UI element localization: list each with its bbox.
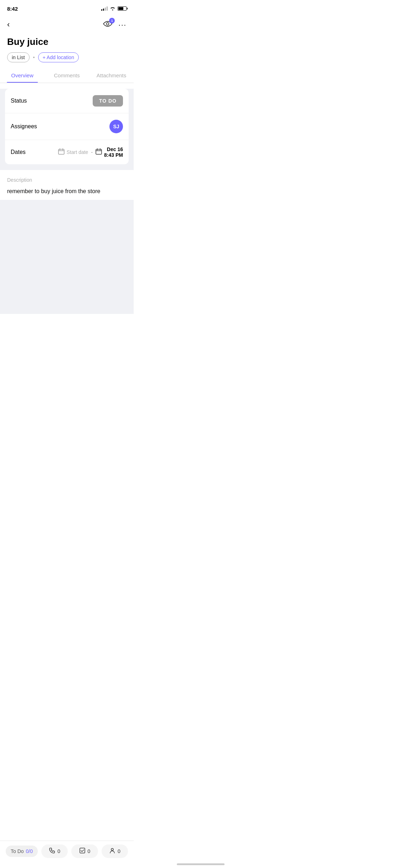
task-title: Buy juice xyxy=(7,36,127,47)
assignees-label: Assignees xyxy=(11,123,37,130)
wifi-icon xyxy=(110,6,115,11)
separator-dot xyxy=(33,57,35,58)
status-badge[interactable]: TO DO xyxy=(93,95,123,107)
battery-icon xyxy=(118,6,127,11)
description-section: Description remember to buy juice from t… xyxy=(0,170,134,200)
status-row: Status TO DO xyxy=(5,89,129,113)
status-icons xyxy=(101,6,127,11)
assignee-avatar[interactable]: SJ xyxy=(109,120,123,133)
start-date-text: Start date xyxy=(67,149,88,155)
calendar-start-icon xyxy=(58,148,65,156)
signal-icon xyxy=(101,6,108,11)
in-list-badge[interactable]: in List xyxy=(7,52,30,62)
svg-rect-1 xyxy=(58,149,64,154)
tab-comments[interactable]: Comments xyxy=(45,68,89,83)
dates-dash: - xyxy=(91,149,93,155)
svg-point-0 xyxy=(107,23,109,25)
tabs: Overview Comments Attachments xyxy=(0,68,134,83)
empty-area xyxy=(0,200,134,314)
nav-bar: ‹ 1 ··· xyxy=(0,16,134,35)
status-label: Status xyxy=(11,98,27,104)
svg-rect-2 xyxy=(96,149,102,154)
tab-attachments[interactable]: Attachments xyxy=(89,68,134,83)
tab-overview[interactable]: Overview xyxy=(0,68,45,83)
content-area: Status TO DO Assignees SJ Dates xyxy=(0,89,134,314)
watchers-badge: 1 xyxy=(109,18,115,24)
meta-row: in List + Add location xyxy=(7,52,127,62)
status-bar: 8:42 xyxy=(0,0,134,16)
more-button[interactable]: ··· xyxy=(118,21,127,29)
back-button[interactable]: ‹ xyxy=(7,19,12,31)
watchers-button[interactable]: 1 xyxy=(103,20,113,29)
start-date-item[interactable]: Start date xyxy=(58,148,88,156)
dates-right: Start date - Dec 16 8:43 PM xyxy=(58,146,123,158)
end-date-item[interactable]: Dec 16 8:43 PM xyxy=(96,146,123,158)
add-location-button[interactable]: + Add location xyxy=(38,52,79,62)
assignees-row: Assignees SJ xyxy=(5,113,129,140)
dates-label: Dates xyxy=(11,149,26,155)
dates-row: Dates Start date - xyxy=(5,140,129,164)
description-label: Description xyxy=(7,177,127,183)
calendar-end-icon xyxy=(96,148,102,156)
end-date-text: Dec 16 8:43 PM xyxy=(104,146,123,158)
status-time: 8:42 xyxy=(7,6,18,12)
nav-right-actions: 1 ··· xyxy=(103,20,127,29)
detail-card: Status TO DO Assignees SJ Dates xyxy=(5,89,129,164)
title-section: Buy juice in List + Add location xyxy=(0,35,134,68)
description-text[interactable]: remember to buy juice from the store xyxy=(7,187,127,196)
